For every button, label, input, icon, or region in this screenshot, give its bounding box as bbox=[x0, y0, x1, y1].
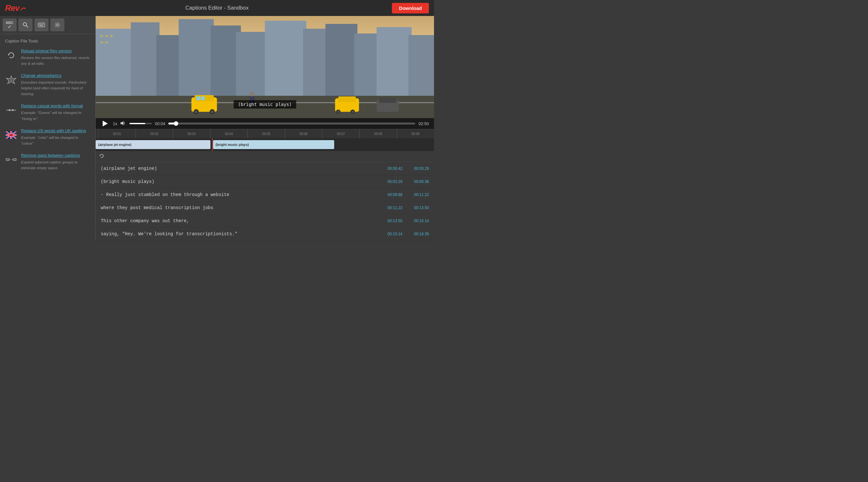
uk-flag-icon bbox=[5, 129, 17, 141]
caption-text: (airplane jet engine) bbox=[101, 166, 378, 171]
play-button[interactable] bbox=[101, 121, 110, 126]
svg-marker-66 bbox=[103, 121, 108, 126]
svg-rect-3 bbox=[39, 24, 40, 25]
keyboard-icon bbox=[38, 23, 45, 27]
remove-gaps-desc: Expand adjacent caption groups to elimin… bbox=[21, 160, 78, 170]
caption-end-4: 00:15.14 bbox=[405, 219, 429, 223]
undo-button[interactable] bbox=[99, 153, 104, 160]
svg-rect-57 bbox=[338, 96, 356, 102]
progress-bar[interactable] bbox=[168, 122, 415, 124]
table-row: (airplane jet engine) 00:00.42 00:03.29 bbox=[96, 162, 434, 175]
svg-rect-45 bbox=[105, 41, 108, 44]
current-time: 00:04 bbox=[155, 121, 165, 126]
caption-text: saying, "Hey. We're looking for transcri… bbox=[101, 231, 378, 236]
sidebar-content: Caption File Tools Reload original Rev v… bbox=[0, 34, 95, 182]
caption-end-2: 00:11.22 bbox=[405, 193, 429, 197]
video-section: (bright music plays) 1x 0 bbox=[96, 16, 434, 129]
header-title: Captions Editor - Sandbox bbox=[185, 5, 248, 11]
ruler-mark: 00:04 bbox=[210, 129, 247, 138]
tool-remove-gaps-text: Remove gaps between captions Expand adja… bbox=[21, 153, 90, 170]
formal-replace-icon bbox=[6, 108, 17, 113]
download-button[interactable]: Download bbox=[392, 3, 429, 13]
play-icon bbox=[103, 121, 108, 126]
volume-slider[interactable] bbox=[129, 123, 152, 124]
reload-link[interactable]: Reload original Rev version bbox=[21, 49, 90, 53]
svg-rect-65 bbox=[379, 98, 396, 103]
ruler-mark: 00:03 bbox=[173, 129, 210, 138]
caption-text: This other company was out there, bbox=[101, 218, 378, 223]
svg-rect-2 bbox=[38, 23, 44, 27]
header: Rev Captions Editor - Sandbox Download bbox=[0, 0, 434, 16]
ruler-mark: 00:02 bbox=[135, 129, 173, 138]
spellcheck-button[interactable]: ABC✓ bbox=[3, 19, 17, 31]
atmospherics-link[interactable]: Change atmospherics bbox=[21, 73, 90, 78]
caption-end-1: 00:06.38 bbox=[405, 179, 429, 184]
total-time: 02:50 bbox=[418, 121, 429, 126]
svg-rect-5 bbox=[41, 24, 42, 25]
table-row: This other company was out there, 00:13.… bbox=[96, 215, 434, 228]
svg-point-59 bbox=[337, 111, 339, 113]
video-controls: 1x 00:04 02:50 bbox=[96, 118, 434, 129]
svg-point-8 bbox=[57, 24, 58, 26]
reload-icon bbox=[5, 49, 17, 61]
caption-text: (bright music plays) bbox=[101, 179, 378, 184]
table-row: (bright music plays) 00:03.29 00:06.38 bbox=[96, 175, 434, 188]
timeline-caption-2[interactable]: (bright music plays) bbox=[213, 140, 334, 149]
table-row: where they post medical transcription jo… bbox=[96, 201, 434, 215]
tool-formal: Replace casual words with formal Example… bbox=[5, 104, 90, 121]
undo-icon bbox=[99, 153, 104, 159]
svg-rect-37 bbox=[326, 24, 358, 105]
keyboard-button[interactable] bbox=[34, 19, 49, 31]
table-row: saying, "Hey. We're looking for transcri… bbox=[96, 228, 434, 241]
remove-gaps-icon bbox=[5, 153, 17, 166]
sidebar: ABC✓ bbox=[0, 16, 96, 241]
svg-rect-44 bbox=[100, 41, 103, 44]
tool-atmospherics-text: Change atmospherics Describes important … bbox=[21, 73, 90, 96]
tool-remove-gaps: Remove gaps between captions Expand adja… bbox=[5, 153, 90, 170]
uk-spelling-link[interactable]: Replace US words with UK spelling bbox=[21, 128, 90, 133]
svg-rect-51 bbox=[201, 96, 205, 100]
atmospherics-icon: ! bbox=[5, 74, 17, 86]
tool-atmospherics: ! Change atmospherics Describes importan… bbox=[5, 73, 90, 96]
search-button[interactable] bbox=[19, 19, 33, 31]
svg-rect-50 bbox=[196, 96, 200, 100]
svg-rect-32 bbox=[179, 19, 214, 105]
logo-swoosh bbox=[20, 6, 26, 11]
formal-icon bbox=[5, 104, 17, 116]
svg-rect-30 bbox=[131, 22, 159, 105]
ruler-mark: 00:08 bbox=[360, 129, 397, 138]
svg-line-1 bbox=[26, 26, 28, 27]
tool-reload: Reload original Rev version Restore the … bbox=[5, 49, 90, 66]
timeline-track[interactable]: (airplane jet engine) (bright music play… bbox=[96, 138, 434, 151]
svg-rect-35 bbox=[265, 21, 306, 105]
caption-start-0: 00:00.42 bbox=[378, 166, 402, 171]
tool-uk-spelling: Replace US words with UK spelling Exampl… bbox=[5, 128, 90, 146]
timeline-caption-1[interactable]: (airplane jet engine) bbox=[96, 140, 211, 149]
undo-icon bbox=[7, 51, 16, 60]
video-placeholder: (bright music plays) bbox=[96, 16, 434, 118]
svg-rect-42 bbox=[105, 35, 108, 37]
caption-end-0: 00:03.29 bbox=[405, 166, 429, 171]
svg-rect-25 bbox=[6, 159, 9, 161]
formal-link[interactable]: Replace casual words with formal bbox=[21, 104, 90, 108]
caption-start-4: 00:13.50 bbox=[378, 219, 402, 223]
svg-point-63 bbox=[250, 92, 254, 96]
svg-rect-4 bbox=[40, 24, 41, 25]
svg-rect-6 bbox=[43, 24, 44, 25]
caption-text: - Really just stumbled on them through a… bbox=[101, 192, 378, 197]
uk-spelling-desc: Example: "color" will be changed to "col… bbox=[21, 136, 78, 145]
progress-knob[interactable] bbox=[174, 121, 178, 126]
reload-desc: Restore the version Rev delivered, rever… bbox=[21, 56, 90, 65]
remove-gaps-link[interactable]: Remove gaps between captions bbox=[21, 153, 90, 158]
ruler-mark: 00:07 bbox=[322, 129, 360, 138]
gear-icon bbox=[55, 22, 60, 28]
compress-icon bbox=[6, 157, 17, 163]
volume-svg bbox=[121, 121, 126, 125]
caption-end-5: 00:18.39 bbox=[405, 232, 429, 236]
ruler-mark: 00:01 bbox=[98, 129, 135, 138]
svg-rect-29 bbox=[96, 29, 134, 105]
settings-button[interactable] bbox=[51, 19, 64, 31]
content-area: (bright music plays) 1x 0 bbox=[96, 16, 434, 241]
ruler-marks: 00:01 00:02 00:03 00:04 00:05 00:06 00:0… bbox=[98, 129, 434, 138]
caption-overlay: (bright music plays) bbox=[234, 100, 296, 109]
